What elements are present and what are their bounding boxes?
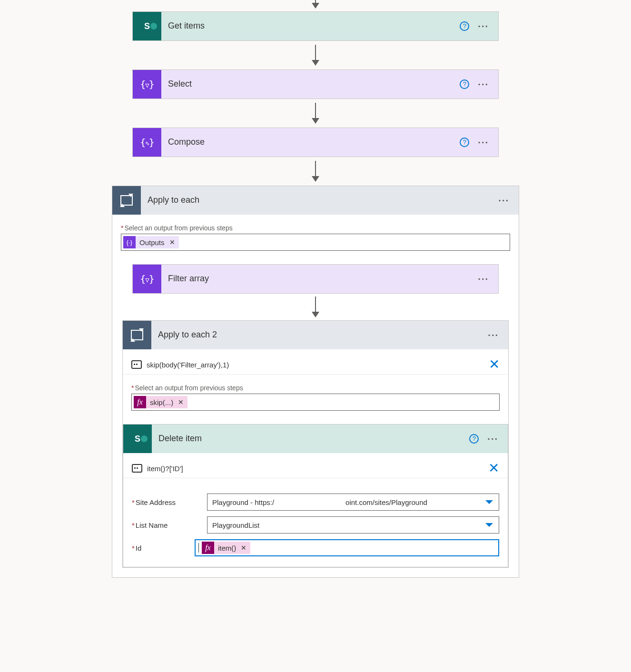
field-label-site-address: *Site Address <box>132 498 203 506</box>
step-title: Filter array <box>161 274 478 284</box>
token-label: item() <box>218 544 236 552</box>
token-label: Outputs <box>139 238 165 247</box>
remove-token-icon[interactable]: ✕ <box>178 398 184 406</box>
peek-expression: item()?['ID'] <box>147 464 483 473</box>
step-get-items[interactable]: S Get items ? ··· <box>132 11 499 41</box>
peek-code-row: skip(body('Filter_array'),1) ✕ <box>123 349 508 375</box>
connector-arrow <box>312 99 319 128</box>
peek-code-icon <box>131 360 142 369</box>
step-title: Get items <box>161 21 460 31</box>
flow-canvas: S Get items ? ··· {▽} Select ? ··· {✎} C… <box>0 0 631 578</box>
step-filter-array[interactable]: {▽} Filter array ··· <box>132 264 499 294</box>
text-cursor <box>198 543 199 553</box>
remove-token-icon[interactable]: ✕ <box>169 238 175 246</box>
field-label-select-output: *Select an output from previous steps <box>131 384 500 392</box>
token-skip-expression[interactable]: fx skip(...) ✕ <box>134 396 187 408</box>
token-label: skip(...) <box>150 398 173 406</box>
list-name-dropdown[interactable]: PlaygroundList <box>207 516 499 534</box>
data-operations-filter-icon: {▽} <box>133 265 161 293</box>
sharepoint-icon: S <box>123 425 152 453</box>
field-label-id: *Id <box>132 544 191 552</box>
connector-arrow <box>312 294 319 320</box>
help-icon[interactable]: ? <box>460 79 469 89</box>
step-title[interactable]: Delete item <box>152 434 469 444</box>
chevron-down-icon <box>485 500 493 504</box>
list-name-value: PlaygroundList <box>212 521 259 529</box>
token-outputs[interactable]: {·} Outputs ✕ <box>123 236 179 248</box>
remove-token-icon[interactable]: ✕ <box>241 544 246 552</box>
fx-icon: fx <box>202 542 214 554</box>
step-compose[interactable]: {✎} Compose ? ··· <box>132 128 499 157</box>
data-operations-select-icon: {▽} <box>133 70 161 99</box>
field-label-list-name: *List Name <box>132 521 203 529</box>
data-operations-icon: {·} <box>123 236 136 248</box>
site-address-value: Playground - https:/ oint.com/sites/Play… <box>212 498 427 506</box>
peek-code-row: item()?['ID'] ✕ <box>123 453 508 478</box>
step-title: Select <box>161 79 460 89</box>
field-label-select-output: *Select an output from previous steps <box>121 224 510 232</box>
step-apply-to-each: Apply to each ··· *Select an output from… <box>112 186 519 578</box>
sharepoint-icon: S <box>133 12 161 40</box>
apply-to-each-input[interactable]: {·} Outputs ✕ <box>121 234 510 251</box>
connector-arrow <box>312 0 319 11</box>
step-apply-to-each-2: Apply to each 2 ··· skip(body('Filter_ar… <box>122 320 509 568</box>
peek-code-icon <box>132 464 142 473</box>
peek-expression: skip(body('Filter_array'),1) <box>147 361 484 369</box>
site-address-dropdown[interactable]: Playground - https:/ oint.com/sites/Play… <box>207 494 499 511</box>
help-icon[interactable]: ? <box>460 21 469 31</box>
apply-to-each-2-input[interactable]: fx skip(...) ✕ <box>131 394 500 411</box>
control-loop-icon <box>123 321 151 349</box>
fx-icon: fx <box>134 396 146 408</box>
connector-arrow <box>312 41 319 69</box>
step-delete-item: S Delete item ? ··· item()?['ID'] ✕ <box>123 424 508 567</box>
connector-arrow <box>312 157 319 186</box>
data-operations-compose-icon: {✎} <box>133 128 161 157</box>
token-item-expression[interactable]: fx item() ✕ <box>202 542 250 554</box>
close-icon[interactable]: ✕ <box>488 462 499 475</box>
step-title: Compose <box>161 137 460 147</box>
help-icon[interactable]: ? <box>469 434 479 444</box>
step-select[interactable]: {▽} Select ? ··· <box>132 69 499 99</box>
step-title[interactable]: Apply to each <box>141 195 498 205</box>
control-loop-icon <box>112 186 141 215</box>
close-icon[interactable]: ✕ <box>489 358 500 371</box>
help-icon[interactable]: ? <box>460 138 469 147</box>
step-title[interactable]: Apply to each 2 <box>151 330 488 340</box>
id-input[interactable]: fx item() ✕ <box>195 539 499 556</box>
chevron-down-icon <box>485 523 493 527</box>
